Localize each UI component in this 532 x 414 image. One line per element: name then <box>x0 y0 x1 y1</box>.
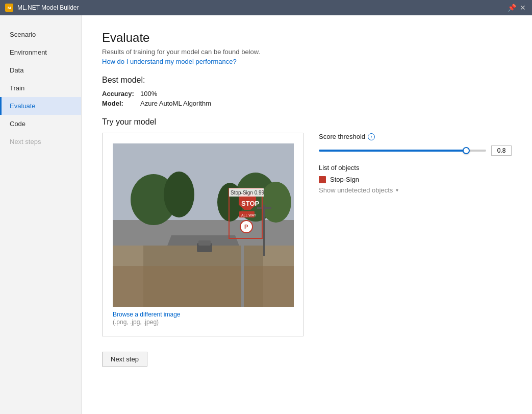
svg-rect-16 <box>241 233 244 307</box>
info-icon[interactable]: i <box>368 133 375 140</box>
title-bar-controls: 📌 ✕ <box>508 4 527 12</box>
best-model-heading: Best model: <box>102 76 512 85</box>
chevron-down-icon: ▾ <box>396 187 398 193</box>
image-panel: STOP ALL WAY P Stop-Sign 0.99 <box>102 133 303 336</box>
show-undetected-toggle[interactable]: Show undetected objects ▾ <box>319 186 512 194</box>
svg-rect-15 <box>257 207 271 209</box>
try-layout: STOP ALL WAY P Stop-Sign 0.99 <box>102 133 512 336</box>
score-value-input[interactable] <box>491 145 512 156</box>
svg-text:ALL WAY: ALL WAY <box>241 213 257 217</box>
svg-text:Stop-Sign 0.99: Stop-Sign 0.99 <box>231 190 265 196</box>
model-row: Model: Azure AutoML Algorithm <box>102 100 512 107</box>
help-link[interactable]: How do I understand my model performance… <box>102 58 237 65</box>
sidebar-item-scenario[interactable]: Scenario <box>0 26 81 43</box>
score-threshold-label: Score threshold i <box>319 133 512 140</box>
sidebar-item-data[interactable]: Data <box>0 61 81 79</box>
sidebar-item-environment[interactable]: Environment <box>0 43 81 61</box>
best-model-section: Best model: Accuracy: 100% Model: Azure … <box>102 76 512 107</box>
title-bar-title: ML.NET Model Builder <box>17 4 503 11</box>
accuracy-value: 100% <box>140 90 157 98</box>
pin-button[interactable]: 📌 <box>508 4 516 12</box>
svg-rect-14 <box>263 205 265 256</box>
svg-rect-11 <box>113 266 294 307</box>
next-step-button[interactable]: Next step <box>102 352 147 367</box>
main-content: Evaluate Results of training for your mo… <box>82 15 532 414</box>
score-panel: Score threshold i List of objects Stop-S… <box>319 133 512 194</box>
try-heading: Try your model <box>102 117 512 127</box>
browse-formats: (.png, .jpg, .jpeg) <box>113 319 159 326</box>
model-info: Accuracy: 100% Model: Azure AutoML Algor… <box>102 90 512 107</box>
show-undetected-label: Show undetected objects <box>319 186 393 194</box>
object-item-stop-sign: Stop-Sign <box>319 176 512 183</box>
list-of-objects-label: List of objects <box>319 164 512 172</box>
svg-text:P: P <box>244 224 248 230</box>
app-container: Scenario Environment Data Train Evaluate… <box>0 15 532 414</box>
object-name-stop-sign: Stop-Sign <box>330 176 359 183</box>
image-wrapper: STOP ALL WAY P Stop-Sign 0.99 <box>113 143 294 307</box>
score-slider-thumb[interactable] <box>463 147 470 154</box>
accuracy-label: Accuracy: <box>102 90 135 98</box>
page-subtitle: Results of training for your model can b… <box>102 48 512 56</box>
sidebar-item-evaluate[interactable]: Evaluate <box>0 97 81 115</box>
slider-row <box>319 145 512 156</box>
browse-area: Browse a different image (.png, .jpg, .j… <box>113 311 293 326</box>
model-label: Model: <box>102 100 135 107</box>
sidebar: Scenario Environment Data Train Evaluate… <box>0 15 82 414</box>
page-title: Evaluate <box>102 31 512 45</box>
svg-text:STOP: STOP <box>241 200 259 207</box>
browse-link[interactable]: Browse a different image <box>113 311 293 318</box>
title-bar: M ML.NET Model Builder 📌 ✕ <box>0 0 532 15</box>
try-section: Try your model <box>102 117 512 367</box>
svg-rect-13 <box>198 240 211 246</box>
app-icon: M <box>5 4 13 12</box>
sidebar-item-next-steps: Next steps <box>0 133 81 151</box>
accuracy-row: Accuracy: 100% <box>102 90 512 98</box>
sidebar-item-code[interactable]: Code <box>0 115 81 133</box>
score-slider-track[interactable] <box>319 150 486 152</box>
street-scene-svg: STOP ALL WAY P Stop-Sign 0.99 <box>113 143 294 307</box>
model-value: Azure AutoML Algorithm <box>140 100 211 107</box>
sidebar-item-train[interactable]: Train <box>0 79 81 97</box>
svg-point-2 <box>164 172 194 217</box>
close-button[interactable]: ✕ <box>519 4 527 12</box>
stop-sign-color-swatch <box>319 176 326 183</box>
